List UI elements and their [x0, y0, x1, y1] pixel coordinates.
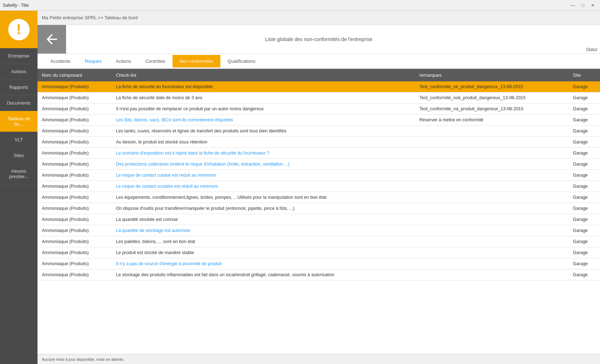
- non-conformites-table: Nom du composantCheck-listremarquesSite …: [38, 69, 600, 280]
- checklist-cell: Le risque de contact oculaire est réduit…: [112, 181, 415, 192]
- sidebar-item-tableau-de-bo[interactable]: Tableau de bo...: [0, 111, 38, 132]
- checklist-cell: La quantité stockée est connue: [112, 214, 415, 225]
- table-row[interactable]: Ammoniaque (Produits)Des protections col…: [38, 159, 600, 170]
- table-row[interactable]: Ammoniaque (Produits)La fiche de sécurit…: [38, 81, 600, 92]
- table-row[interactable]: Ammoniaque (Produits)Il n'est pas possib…: [38, 103, 600, 115]
- site-cell: Garage: [569, 137, 600, 148]
- sidebar-item-sites[interactable]: Sites: [0, 148, 38, 163]
- checklist-cell: Les équipements, conditionnement,lignes,…: [112, 192, 415, 203]
- remarques-cell: [415, 137, 569, 148]
- remarques-cell: [415, 148, 569, 159]
- site-cell: Garage: [569, 159, 600, 170]
- table-body: Ammoniaque (Produits)La fiche de sécurit…: [38, 81, 600, 280]
- checklist-cell: Le produit est stocké de manière stable: [112, 247, 415, 258]
- composant-cell: Ammoniaque (Produits): [38, 203, 112, 214]
- table-row[interactable]: Ammoniaque (Produits)Le scénario d'expos…: [38, 148, 600, 159]
- table-row[interactable]: Ammoniaque (Produits)La quantité stockée…: [38, 214, 600, 225]
- table-row[interactable]: Ammoniaque (Produits)La fiche de sécurit…: [38, 92, 600, 103]
- header-bar: Ma Petite entreprise SPRL >> Tableau de …: [38, 11, 600, 25]
- checklist-cell: On dispose d'outils pour transférer/mani…: [112, 203, 415, 214]
- table-row[interactable]: Ammoniaque (Produits)Le produit est stoc…: [38, 247, 600, 258]
- tab-non-conformits[interactable]: Non conformités: [172, 55, 221, 67]
- remarques-cell: [415, 170, 569, 181]
- minimize-button[interactable]: —: [569, 2, 577, 9]
- composant-cell: Ammoniaque (Produits): [38, 192, 112, 203]
- composant-cell: Ammoniaque (Produits): [38, 148, 112, 159]
- remarques-cell: [415, 236, 569, 247]
- checklist-cell: Le risque de contact cutané est réduit a…: [112, 170, 415, 181]
- checklist-cell: La fiche de sécurité du fournisseur est …: [112, 81, 415, 92]
- sidebar-item-documents[interactable]: Documents: [0, 95, 38, 111]
- remarques-cell: [415, 269, 569, 280]
- col-header-nom-du-composant: Nom du composant: [38, 69, 112, 81]
- composant-cell: Ammoniaque (Produits): [38, 247, 112, 258]
- titlebar: Safetify - Title — □ ✕: [0, 0, 600, 11]
- sidebar-item-vlt[interactable]: VLT: [0, 132, 38, 148]
- tab-risques[interactable]: Risques: [78, 55, 109, 67]
- table-row[interactable]: Ammoniaque (Produits)Le risque de contac…: [38, 170, 600, 181]
- sidebar-item-rapports[interactable]: Rapports: [0, 80, 38, 95]
- composant-cell: Ammoniaque (Produits): [38, 181, 112, 192]
- composant-cell: Ammoniaque (Produits): [38, 170, 112, 181]
- page-title: Liste globale des non-conformités de l'e…: [265, 36, 372, 42]
- topbar-center: Liste globale des non-conformités de l'e…: [66, 25, 571, 54]
- site-cell: Garage: [569, 258, 600, 269]
- back-button[interactable]: [38, 25, 66, 54]
- site-cell: Garage: [569, 181, 600, 192]
- site-cell: Garage: [569, 247, 600, 258]
- checklist-cell: La fiche de sécurité date de moins de 3 …: [112, 92, 415, 103]
- table-row[interactable]: Ammoniaque (Produits)Les tanks, cuves, r…: [38, 126, 600, 137]
- tab-contrles[interactable]: Contrôles: [138, 55, 172, 67]
- header-row: Nom du composantCheck-listremarquesSite: [38, 69, 600, 81]
- statut-label: Statut: [586, 47, 597, 52]
- statusbar-text: Aucune mise à jour disponible, mise en a…: [42, 357, 124, 362]
- table-row[interactable]: Ammoniaque (Produits)Le risque de contac…: [38, 181, 600, 192]
- topbar-right: Statut: [571, 25, 600, 54]
- composant-cell: Ammoniaque (Produits): [38, 236, 112, 247]
- maximize-button[interactable]: □: [579, 2, 587, 9]
- composant-cell: Ammoniaque (Produits): [38, 269, 112, 280]
- composant-cell: Ammoniaque (Produits): [38, 103, 112, 115]
- table-row[interactable]: Ammoniaque (Produits)On dispose d'outils…: [38, 203, 600, 214]
- table-header: Nom du composantCheck-listremarquesSite: [38, 69, 600, 81]
- remarques-cell: [415, 192, 569, 203]
- col-header-check-list: Check-list: [112, 69, 415, 81]
- site-cell: Garage: [569, 126, 600, 137]
- composant-cell: Ammoniaque (Produits): [38, 81, 112, 92]
- table-container[interactable]: Nom du composantCheck-listremarquesSite …: [38, 69, 600, 354]
- remarques-cell: [415, 214, 569, 225]
- site-cell: Garage: [569, 236, 600, 247]
- table-row[interactable]: Ammoniaque (Produits)Il n'y a pas de sou…: [38, 258, 600, 269]
- site-cell: Garage: [569, 148, 600, 159]
- table-row[interactable]: Ammoniaque (Produits)Les palettes, bidon…: [38, 236, 600, 247]
- composant-cell: Ammoniaque (Produits): [38, 115, 112, 126]
- checklist-cell: La quantité de stockage est autorisée: [112, 225, 415, 236]
- remarques-cell: Test_conformité_na_produit_dangereux_13-…: [415, 103, 569, 115]
- table-row[interactable]: Ammoniaque (Produits)Les équipements, co…: [38, 192, 600, 203]
- tab-actions[interactable]: Actions: [109, 55, 138, 67]
- remarques-cell: [415, 247, 569, 258]
- table-row[interactable]: Ammoniaque (Produits)La quantité de stoc…: [38, 225, 600, 236]
- checklist-cell: Les tanks, cuves, réservoirs et lignes d…: [112, 126, 415, 137]
- close-button[interactable]: ✕: [589, 2, 597, 9]
- site-cell: Garage: [569, 115, 600, 126]
- site-cell: Garage: [569, 103, 600, 115]
- table-row[interactable]: Ammoniaque (Produits)Au besoin, le produ…: [38, 137, 600, 148]
- composant-cell: Ammoniaque (Produits): [38, 225, 112, 236]
- checklist-cell: Les fûts, bidons, sacs, IBCs sont-ils co…: [112, 115, 415, 126]
- composant-cell: Ammoniaque (Produits): [38, 137, 112, 148]
- table-row[interactable]: Ammoniaque (Produits)Les fûts, bidons, s…: [38, 115, 600, 126]
- table-row[interactable]: Ammoniaque (Produits)Le stockage des pro…: [38, 269, 600, 280]
- app-logo: !: [0, 11, 38, 48]
- remarques-cell: [415, 203, 569, 214]
- tab-qualifications[interactable]: Qualifications: [220, 55, 262, 67]
- site-cell: Garage: [569, 269, 600, 280]
- sidebar-item-heures-preste[interactable]: Heures prestée...: [0, 163, 38, 184]
- checklist-cell: Il n'est pas possible de remplacer ce pr…: [112, 103, 415, 115]
- remarques-cell: [415, 258, 569, 269]
- sidebar-item-entreprise[interactable]: Entreprise: [0, 48, 38, 64]
- site-cell: Garage: [569, 170, 600, 181]
- checklist-cell: Au besoin, le produit est stocké sous ré…: [112, 137, 415, 148]
- tab-accidents[interactable]: Accidents: [43, 55, 78, 67]
- sidebar-item-actions[interactable]: Actions: [0, 64, 38, 80]
